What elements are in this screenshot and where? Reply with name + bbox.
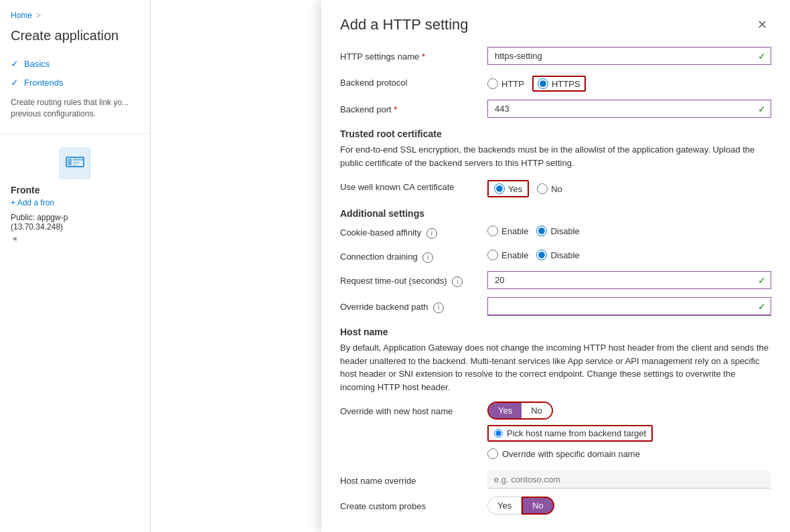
cookie-affinity-control: Enable Disable bbox=[487, 223, 771, 236]
check-icon: ✓ bbox=[11, 58, 19, 69]
svg-rect-2 bbox=[73, 159, 83, 161]
override-path-wrapper: ✓ bbox=[487, 297, 771, 316]
draining-disable-label: Disable bbox=[550, 250, 579, 260]
draining-radio-group: Enable Disable bbox=[487, 247, 771, 260]
breadcrumb[interactable]: Home > bbox=[0, 11, 150, 28]
step-frontends-label: Frontends bbox=[24, 78, 64, 88]
ca-no-option[interactable]: No bbox=[537, 183, 562, 194]
cookie-disable-option[interactable]: Disable bbox=[536, 226, 579, 236]
svg-rect-4 bbox=[73, 165, 77, 166]
host-name-override-row: Host name override bbox=[340, 471, 771, 489]
add-frontend-link[interactable]: + Add a fron bbox=[11, 198, 139, 207]
frontend-icon-box bbox=[59, 147, 91, 179]
trusted-cert-desc: For end-to-end SSL encryption, the backe… bbox=[340, 143, 771, 169]
http-settings-name-row: HTTP settings name * ✓ bbox=[340, 47, 771, 65]
draining-enable-label: Enable bbox=[501, 250, 528, 260]
probes-no-button[interactable]: No bbox=[522, 497, 554, 515]
custom-probes-control: Yes No bbox=[487, 497, 771, 515]
check-icon-timeout: ✓ bbox=[758, 275, 766, 286]
override-backend-path-control: ✓ bbox=[487, 297, 771, 316]
protocol-radio-group: HTTP HTTPS bbox=[487, 73, 771, 92]
backend-port-wrapper: ✓ bbox=[487, 100, 771, 118]
override-specific-radio[interactable] bbox=[487, 448, 498, 459]
cookie-enable-option[interactable]: Enable bbox=[487, 226, 528, 236]
override-path-info-icon[interactable]: i bbox=[433, 302, 444, 313]
close-button[interactable]: ✕ bbox=[753, 16, 771, 33]
override-host-yes-button[interactable]: Yes bbox=[489, 403, 522, 418]
pick-host-label: Pick host name from backend target bbox=[507, 428, 646, 438]
override-host-name-label: Override with new host name bbox=[340, 402, 487, 418]
step-list: ✓ Basics ✓ Frontends bbox=[0, 54, 150, 92]
draining-enable-radio[interactable] bbox=[487, 250, 498, 260]
request-timeout-control: ✓ bbox=[487, 271, 771, 289]
breadcrumb-separator: > bbox=[36, 11, 41, 20]
protocol-https-label: HTTPS bbox=[552, 79, 580, 89]
draining-disable-radio[interactable] bbox=[536, 250, 547, 260]
http-settings-name-wrapper: ✓ bbox=[487, 47, 771, 65]
home-link[interactable]: Home bbox=[11, 11, 32, 20]
additional-settings-title: Additional settings bbox=[340, 208, 771, 219]
connection-draining-row: Connection draining i Enable Disable bbox=[340, 247, 771, 263]
draining-disable-option[interactable]: Disable bbox=[536, 250, 579, 260]
override-host-toggle: Yes No bbox=[487, 402, 553, 420]
check-icon-path: ✓ bbox=[758, 301, 766, 312]
custom-probes-row: Create custom probes Yes No bbox=[340, 497, 771, 515]
custom-probes-toggle: Yes No bbox=[487, 497, 554, 515]
override-specific-label: Override with specific domain name bbox=[502, 449, 640, 459]
cookie-disable-radio[interactable] bbox=[536, 226, 547, 236]
backend-protocol-row: Backend protocol HTTP HTTPS bbox=[340, 73, 771, 92]
backend-protocol-label: Backend protocol bbox=[340, 73, 487, 89]
backend-protocol-control: HTTP HTTPS bbox=[487, 73, 771, 92]
required-marker: * bbox=[422, 52, 425, 62]
pick-host-option[interactable]: Pick host name from backend target bbox=[487, 425, 653, 442]
draining-info-icon[interactable]: i bbox=[422, 252, 433, 263]
ca-no-radio[interactable] bbox=[537, 183, 548, 194]
http-settings-name-control: ✓ bbox=[487, 47, 771, 65]
request-timeout-wrapper: ✓ bbox=[487, 271, 771, 289]
protocol-https-option[interactable]: HTTPS bbox=[532, 76, 586, 92]
svg-rect-3 bbox=[73, 162, 80, 163]
override-host-no-button[interactable]: No bbox=[522, 403, 552, 418]
check-icon-port: ✓ bbox=[758, 104, 766, 114]
protocol-http-radio[interactable] bbox=[487, 78, 498, 89]
request-timeout-input[interactable] bbox=[487, 271, 771, 289]
cookie-info-icon[interactable]: i bbox=[426, 228, 437, 239]
domain-input[interactable] bbox=[487, 471, 771, 489]
ca-yes-radio[interactable] bbox=[494, 183, 505, 194]
protocol-http-option[interactable]: HTTP bbox=[487, 78, 524, 89]
cookie-disable-label: Disable bbox=[550, 226, 579, 236]
check-icon-name: ✓ bbox=[758, 51, 766, 62]
override-host-name-row: Override with new host name Yes No Pick … bbox=[340, 402, 771, 463]
step-frontends: ✓ Frontends bbox=[11, 73, 139, 92]
required-marker-port: * bbox=[394, 104, 397, 114]
protocol-https-radio[interactable] bbox=[538, 78, 548, 89]
http-settings-name-label: HTTP settings name * bbox=[340, 47, 487, 63]
pick-host-radio[interactable] bbox=[494, 429, 503, 438]
backend-port-input[interactable] bbox=[487, 100, 771, 118]
override-specific-option[interactable]: Override with specific domain name bbox=[487, 448, 771, 459]
ca-cert-radio-group: Yes No bbox=[487, 177, 771, 197]
sidebar-divider bbox=[0, 133, 150, 134]
http-settings-name-input[interactable] bbox=[487, 47, 771, 65]
ca-yes-option[interactable]: Yes bbox=[487, 180, 529, 197]
sidebar-desc: Create routing rules that link yo... pre… bbox=[0, 92, 150, 125]
connection-draining-control: Enable Disable bbox=[487, 247, 771, 260]
host-name-options: Pick host name from backend target Overr… bbox=[487, 425, 771, 459]
cookie-affinity-radio-group: Enable Disable bbox=[487, 223, 771, 236]
cookie-enable-radio[interactable] bbox=[487, 226, 498, 236]
override-backend-path-label: Override backend path i bbox=[340, 297, 487, 313]
ca-yes-label: Yes bbox=[508, 184, 522, 194]
probes-yes-button[interactable]: Yes bbox=[487, 497, 522, 515]
timeout-info-icon[interactable]: i bbox=[452, 276, 463, 287]
step-basics-label: Basics bbox=[24, 59, 50, 69]
dialog-header: Add a HTTP setting ✕ bbox=[340, 16, 771, 33]
main-panel: Add a HTTP setting ✕ HTTP settings name … bbox=[151, 0, 790, 532]
check-icon-2: ✓ bbox=[11, 77, 19, 88]
ca-cert-label: Use well known CA certificate bbox=[340, 177, 487, 193]
draining-enable-option[interactable]: Enable bbox=[487, 250, 528, 260]
override-host-name-control: Yes No Pick host name from backend targe… bbox=[487, 402, 771, 463]
step-basics: ✓ Basics bbox=[11, 54, 139, 73]
backend-port-control: ✓ bbox=[487, 100, 771, 118]
override-backend-path-input[interactable] bbox=[487, 297, 771, 316]
backend-port-row: Backend port * ✓ bbox=[340, 100, 771, 118]
